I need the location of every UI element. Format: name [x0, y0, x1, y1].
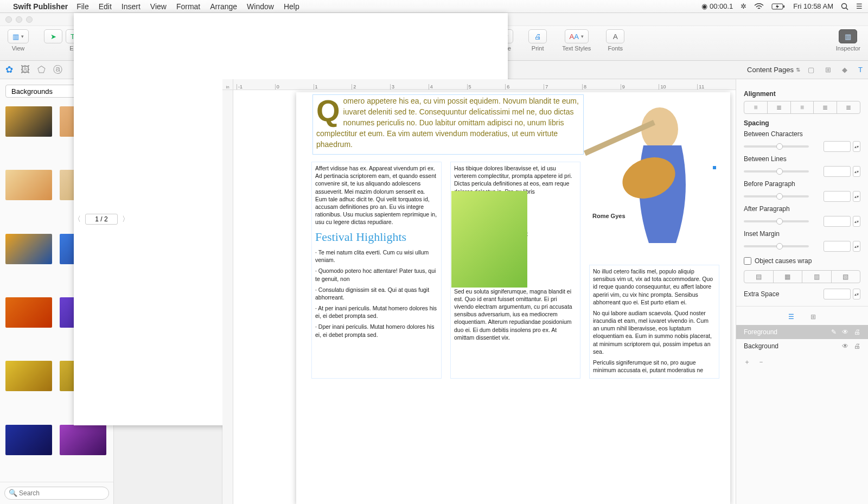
column-c[interactable]: No illud cetero facilis mel, populo aliq…	[589, 265, 719, 379]
spacing-field-4[interactable]	[824, 241, 851, 252]
spacing-slider-2[interactable]	[744, 195, 809, 197]
textstyles-tab-icon[interactable]: ⓐ	[53, 63, 62, 76]
align-center-icon[interactable]: ≣	[768, 101, 791, 113]
page-next[interactable]: 〉	[122, 214, 129, 224]
menu-window[interactable]: Window	[247, 2, 274, 11]
print-button[interactable]: 🖨	[528, 29, 547, 43]
eye-icon[interactable]: 👁	[842, 342, 848, 350]
window-minimize[interactable]	[16, 16, 22, 23]
layer-foreground[interactable]: Foreground ✎👁🖨	[736, 325, 868, 339]
alignment-segmented[interactable]: ≡ ≣ ≡ ≣ ≣	[744, 101, 860, 114]
record-indicator[interactable]: ◉ 00:00.1	[701, 2, 733, 10]
swatch-11[interactable]	[60, 425, 106, 455]
svg-line-3	[846, 8, 848, 10]
print-icon[interactable]: 🖨	[854, 328, 860, 336]
spacing-stepper-4[interactable]: ▴▾	[853, 241, 860, 252]
spacing-stepper-3[interactable]: ▴▾	[853, 216, 860, 227]
swatch-10[interactable]	[5, 425, 52, 455]
swatch-4[interactable]	[5, 234, 52, 264]
menu-help[interactable]: Help	[284, 2, 299, 11]
spacing-slider-0[interactable]	[744, 145, 809, 148]
wifi-icon[interactable]	[754, 3, 764, 10]
remove-layer-button[interactable]: －	[758, 358, 764, 367]
photos-tab-icon[interactable]: 🖼	[21, 65, 30, 75]
view-button[interactable]: ▥ ▾	[8, 29, 29, 43]
extra-space-field[interactable]	[824, 289, 851, 299]
svg-rect-1	[783, 5, 784, 8]
wrap-both-icon[interactable]: ▦	[774, 271, 803, 283]
swatch-2[interactable]	[5, 170, 52, 200]
wrap-largest-icon[interactable]: ▧	[832, 271, 860, 283]
wrap-checkbox[interactable]	[744, 257, 751, 265]
align-justify-icon[interactable]: ≣	[814, 101, 837, 113]
align-right-icon[interactable]: ≡	[791, 101, 814, 113]
page-prev[interactable]: 〈	[74, 214, 81, 224]
battery-icon[interactable]	[771, 3, 786, 10]
textstyles-button[interactable]: AA ▾	[565, 29, 589, 43]
wrap-left-icon[interactable]: ▤	[744, 271, 774, 283]
window-close[interactable]	[5, 16, 12, 23]
add-layer-button[interactable]: ＋	[744, 358, 750, 367]
spacing-field-0[interactable]	[824, 141, 851, 152]
intro-textbox[interactable]: Q omero appetere his ea, cu vim possit e…	[312, 94, 584, 155]
swatch-6[interactable]	[5, 297, 52, 328]
spacing-slider-4[interactable]	[744, 245, 809, 247]
search-input[interactable]	[4, 487, 109, 500]
textstyles-label: Text Styles	[562, 45, 591, 52]
document-page[interactable]: Q omero appetere his ea, cu vim possit e…	[296, 92, 730, 504]
inspector-tab-appearance[interactable]: ◆	[842, 66, 847, 74]
wrap-right-icon[interactable]: ▥	[802, 271, 832, 283]
menu-format[interactable]: Format	[176, 2, 200, 11]
menu-view[interactable]: View	[150, 2, 167, 11]
window-zoom[interactable]	[26, 16, 33, 23]
bullet-3: · At per inani periculis. Mutat homero d…	[315, 304, 438, 320]
eye-icon[interactable]: 👁	[842, 328, 848, 336]
dropbox-icon[interactable]: ✲	[741, 2, 746, 10]
search-icon: 🔍	[9, 489, 17, 497]
extra-space-stepper[interactable]: ▴▾	[853, 289, 860, 299]
grid-tab-icon[interactable]: ⊞	[810, 313, 816, 321]
align-justify-all-icon[interactable]: ≣	[837, 101, 860, 113]
page-field[interactable]	[85, 214, 118, 225]
singer-image[interactable]	[451, 191, 527, 288]
inspector-tab-text[interactable]: T	[858, 66, 863, 74]
spacing-label-4: Inset Margin	[744, 230, 780, 238]
inspector-tab-geometry[interactable]: ⊞	[825, 66, 831, 74]
menu-arrange[interactable]: Arrange	[210, 2, 237, 11]
selection-handle[interactable]	[713, 166, 716, 169]
menu-edit[interactable]: Edit	[99, 2, 112, 11]
spotlight-icon[interactable]	[841, 3, 848, 10]
canvas[interactable]: in -101234567891011 Q omero appetere his…	[222, 79, 736, 504]
inspector-button[interactable]: ▥	[839, 29, 857, 43]
print-icon[interactable]: 🖨	[854, 342, 860, 350]
edit-icon[interactable]: ✎	[831, 328, 837, 336]
wrap-segmented[interactable]: ▤ ▦ ▥ ▧	[744, 270, 860, 283]
column-a[interactable]: Affert vidisse has ex. Appareat vivendum…	[311, 162, 442, 379]
fonts-button[interactable]: A	[606, 29, 624, 43]
menu-file[interactable]: File	[76, 2, 89, 11]
layers-tab-icon[interactable]: ☰	[788, 313, 794, 321]
spacing-field-2[interactable]	[824, 191, 851, 202]
spacing-stepper-2[interactable]: ▴▾	[853, 191, 860, 202]
smartshapes-tab-icon[interactable]: ⬠	[37, 64, 46, 75]
align-left-icon[interactable]: ≡	[744, 101, 768, 113]
spacing-stepper-0[interactable]: ▴▾	[853, 141, 860, 152]
spacing-field-3[interactable]	[824, 216, 851, 227]
clock[interactable]: Fri 10:58 AM	[793, 2, 833, 10]
select-tool[interactable]: ➤	[44, 29, 62, 43]
spacing-slider-3[interactable]	[744, 220, 809, 222]
spacing-slider-1[interactable]	[744, 170, 809, 173]
guitarist-image[interactable]	[567, 86, 709, 259]
content-pages-dropdown[interactable]: Content Pages⇅	[747, 66, 800, 74]
spacing-stepper-1[interactable]: ▴▾	[853, 166, 860, 177]
menu-extras-icon[interactable]: ☰	[856, 2, 863, 10]
svg-point-2	[842, 3, 847, 8]
menu-insert[interactable]: Insert	[122, 2, 141, 11]
swatch-0[interactable]	[5, 106, 52, 137]
inspector-tab-document[interactable]: ▢	[808, 66, 814, 74]
swatch-8[interactable]	[5, 361, 52, 391]
clipart-tab-icon[interactable]: ✿	[5, 64, 13, 75]
layer-background[interactable]: Background 👁🖨	[744, 339, 860, 353]
app-name[interactable]: Swift Publisher	[13, 2, 68, 11]
spacing-field-1[interactable]	[824, 166, 851, 177]
